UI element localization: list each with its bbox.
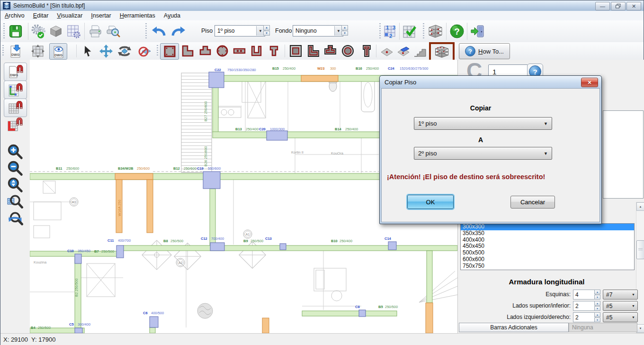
- jacket-tee-button[interactable]: [359, 43, 375, 59]
- plan-beam[interactable]: [262, 318, 269, 333]
- menu-editar[interactable]: Editar: [29, 11, 53, 20]
- help-button[interactable]: ?: [448, 23, 465, 40]
- restore-button[interactable]: [611, 2, 626, 10]
- scroll-down-icon[interactable]: ▼: [636, 324, 644, 333]
- fondo-combobox[interactable]: Ninguno ▼: [293, 25, 343, 36]
- plan-column[interactable]: [75, 328, 82, 333]
- dwg-view-button[interactable]: DWG: [49, 43, 67, 60]
- izquierdo-count-input[interactable]: 2: [573, 312, 596, 322]
- plan-column[interactable]: [210, 243, 224, 251]
- plan-column[interactable]: [388, 242, 396, 250]
- jacket-t-button[interactable]: [322, 43, 338, 59]
- ok-button[interactable]: OK: [407, 195, 454, 209]
- slab-button[interactable]: [379, 43, 394, 59]
- redo-button[interactable]: [170, 23, 187, 40]
- zoom-dynamic-button[interactable]: [5, 211, 25, 227]
- jacket-circle-button[interactable]: [340, 43, 356, 59]
- plan-column[interactable]: [203, 172, 220, 189]
- plan-column[interactable]: [75, 254, 81, 263]
- dwg-import-button[interactable]: DWG: [7, 43, 23, 59]
- to-floor-combobox[interactable]: 2º piso ▼: [414, 147, 552, 160]
- grid-settings-button[interactable]: [65, 23, 82, 40]
- zoom-extents-button[interactable]: [5, 177, 25, 193]
- plan-column[interactable]: [209, 72, 224, 88]
- title-bar[interactable]: SeismoBuild * [Sin título.bpf] — ✕: [0, 0, 644, 11]
- plan-beam[interactable]: [302, 311, 397, 316]
- stairs-button[interactable]: [412, 43, 428, 59]
- plan-beam[interactable]: [427, 251, 432, 303]
- jacket-l-button[interactable]: [305, 43, 321, 59]
- section-u-button[interactable]: [249, 43, 264, 59]
- snap-dwg-button[interactable]: DWG: [4, 63, 27, 81]
- section-t-up-button[interactable]: [197, 43, 213, 59]
- zoom-in-button[interactable]: [5, 144, 25, 160]
- plan-beam[interactable]: [123, 245, 457, 251]
- save-button[interactable]: [7, 23, 24, 40]
- check-model-button[interactable]: [401, 23, 418, 40]
- how-to-button[interactable]: ? How To...: [459, 43, 510, 59]
- section-circle-button[interactable]: [215, 43, 230, 59]
- zoom-out-button[interactable]: [5, 160, 25, 176]
- section-l-button[interactable]: [180, 43, 196, 59]
- delete-tool-button[interactable]: [136, 43, 152, 59]
- superior-spinner[interactable]: ▲▼: [594, 301, 600, 311]
- piso-spin-up[interactable]: ▲: [263, 25, 270, 30]
- print-preview-button[interactable]: [104, 23, 121, 40]
- close-button[interactable]: ✕: [626, 2, 641, 10]
- slab-beam-button[interactable]: [395, 43, 411, 59]
- to-dropdown-icon[interactable]: ▼: [544, 151, 548, 156]
- jacket-rect-button[interactable]: [288, 43, 304, 59]
- plan-beam[interactable]: [115, 173, 153, 180]
- plan-beam[interactable]: [213, 82, 218, 132]
- izquierdo-bar-combobox[interactable]: #5▼: [603, 312, 638, 322]
- superior-count-input[interactable]: 2: [573, 301, 596, 311]
- copy-floor-button-highlighted[interactable]: [429, 42, 455, 62]
- size-option[interactable]: 600x600: [461, 256, 634, 263]
- plan-beam[interactable]: [150, 327, 155, 333]
- menu-herramientas[interactable]: Herramientas: [116, 11, 160, 20]
- fondo-spin-up[interactable]: ▲: [341, 25, 348, 30]
- undo-button[interactable]: [150, 23, 167, 40]
- size-list[interactable]: 300x300350x350400x400450x450500x500600x6…: [460, 223, 635, 270]
- plan-beam[interactable]: [426, 303, 433, 333]
- scroll-up-icon[interactable]: ▲: [636, 202, 644, 211]
- cancel-button[interactable]: Cancelar: [510, 196, 555, 209]
- plan-column[interactable]: [116, 245, 124, 258]
- section-tee-button[interactable]: [266, 43, 282, 59]
- size-option[interactable]: 300x300: [461, 224, 634, 230]
- section-wall-button[interactable]: [232, 43, 247, 59]
- from-floor-combobox[interactable]: 1º piso ▼: [414, 117, 552, 130]
- piso-combobox[interactable]: 1º piso ▼: [215, 25, 265, 36]
- plan-beam[interactable]: [301, 75, 338, 82]
- snap-intersection-icon[interactable]: [5, 117, 25, 133]
- scroll-thumb[interactable]: [636, 240, 644, 259]
- zoom-window-button[interactable]: [5, 194, 25, 210]
- move-tool-button[interactable]: [98, 43, 114, 59]
- 3d-view-button[interactable]: [427, 23, 444, 40]
- menu-visualizar[interactable]: Visualizar: [53, 11, 87, 20]
- barras-adicionales-button[interactable]: Barras Adicionales: [459, 323, 569, 332]
- menu-archivo[interactable]: Archivo: [0, 11, 29, 20]
- size-option[interactable]: 350x350: [461, 230, 634, 237]
- snap-grid-button[interactable]: [4, 99, 27, 117]
- piso-spinner[interactable]: ▲ ▼: [263, 25, 270, 36]
- esquinas-bar-combobox[interactable]: #7▼: [603, 290, 638, 300]
- menu-insertar[interactable]: Insertar: [87, 11, 115, 20]
- plan-beam[interactable]: [147, 180, 153, 233]
- minimize-button[interactable]: —: [595, 2, 610, 10]
- snap-elements-button[interactable]: [4, 81, 27, 99]
- esquinas-spinner[interactable]: ▲▼: [594, 290, 600, 300]
- exit-button[interactable]: [469, 23, 486, 40]
- from-dropdown-icon[interactable]: ▼: [544, 121, 548, 126]
- esquinas-count-input[interactable]: 4: [573, 290, 596, 300]
- dialog-title-bar[interactable]: Copiar Piso: [380, 76, 601, 88]
- fondo-spinner[interactable]: ▲ ▼: [341, 25, 348, 36]
- size-option[interactable]: 400x400: [461, 237, 634, 244]
- materials-button[interactable]: [47, 23, 64, 40]
- storey-numbers-button[interactable]: 1 3 2: [382, 23, 399, 40]
- dialog-close-button[interactable]: ✕: [581, 78, 598, 87]
- size-option[interactable]: 500x500: [461, 250, 634, 256]
- plan-column[interactable]: [150, 317, 158, 327]
- settings-button[interactable]: [30, 23, 47, 40]
- izquierdo-spinner[interactable]: ▲▼: [594, 312, 600, 322]
